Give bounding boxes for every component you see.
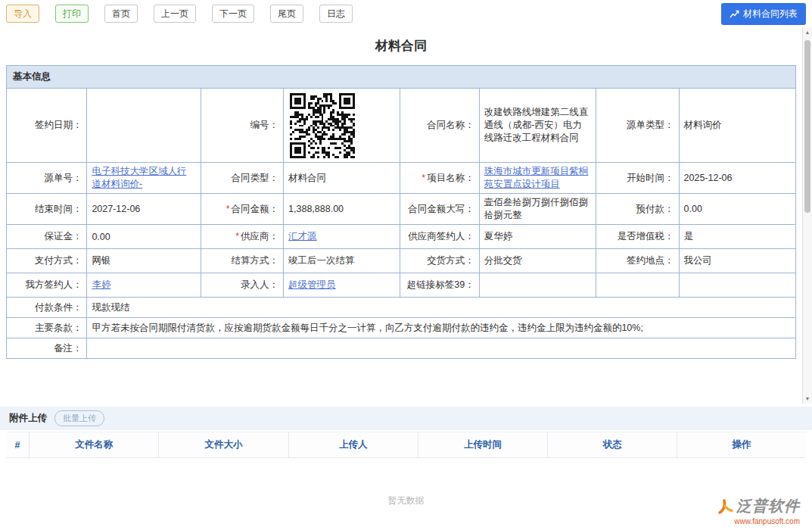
settlement-method-value: 竣工后一次结算 (284, 249, 400, 273)
project-name-value: 珠海市城市更新项目紫桐苑安置点设计项目 (479, 163, 596, 194)
source-order-link[interactable]: 电子科技大学区域人行道材料询价- (92, 166, 186, 189)
settlement-method-label: 结算方式： (201, 249, 284, 273)
payment-method-label: 支付方式： (7, 249, 87, 273)
log-button[interactable]: 日志 (319, 5, 353, 23)
col-upload-time: 上传时间 (418, 432, 547, 458)
scrollbar-up-arrow[interactable]: ▲ (803, 27, 812, 37)
basic-info-row: 备注： (7, 338, 796, 359)
print-button[interactable]: 打印 (55, 5, 89, 23)
prev-page-button[interactable]: 上一页 (154, 5, 196, 23)
entry-person-link[interactable]: 超级管理员 (288, 279, 336, 290)
deposit-label: 保证金： (7, 225, 87, 249)
amount-in-words-value: 壹佰叁拾捌万捌仟捌佰捌拾捌元整 (479, 194, 596, 225)
col-uploader: 上传人 (288, 432, 418, 458)
vat-label: 是否增值税： (596, 225, 680, 249)
detail-scroll-area: 材料合同 基本信息 签约日期： 编号： 合同名称： (0, 27, 812, 404)
next-page-button[interactable]: 下一页 (212, 5, 254, 23)
amount-in-words-label: 合同金额大写： (400, 194, 479, 225)
main-terms-label: 主要条款： (7, 318, 87, 338)
toolbar: 导入 打印 首页 上一页 下一页 尾页 日志 材料合同列表 (0, 0, 812, 27)
supplier-label-text: 供应商： (241, 231, 278, 242)
col-file-name: 文件名称 (30, 432, 159, 458)
delivery-method-value: 分批交货 (479, 249, 596, 273)
col-file-size: 文件大小 (159, 432, 288, 458)
contract-type-label: 合同类型： (201, 163, 284, 194)
payment-method-value: 网银 (87, 249, 201, 273)
supplier-value: 汇才源 (284, 225, 400, 249)
contract-list-button-label: 材料合同列表 (743, 8, 798, 20)
basic-info-row: 源单号： 电子科技大学区域人行道材料询价- 合同类型： 材料合同 *项目名称： … (7, 163, 796, 194)
entry-person-label: 录入人： (201, 273, 284, 298)
basic-info-section-title: 基本信息 (6, 65, 796, 89)
source-order-label: 源单号： (7, 163, 87, 194)
required-asterisk: * (226, 204, 230, 214)
basic-info-row: 主要条款： 甲方若未按合同期限付清货款，应按逾期货款金额每日千分之一计算，向乙方… (7, 318, 796, 338)
trend-arrow-icon (730, 10, 739, 18)
supplier-signer-label: 供应商签约人： (400, 225, 479, 249)
project-name-label-text: 项目名称： (427, 173, 474, 183)
contract-list-button[interactable]: 材料合同列表 (721, 3, 806, 25)
basic-info-table: 签约日期： 编号： 合同名称： 改建铁路线增建第二线直通线（成都-西安）电力线路… (6, 88, 796, 359)
supplier-label: *供应商： (201, 225, 284, 249)
vat-value: 是 (679, 225, 795, 249)
contract-number-label: 编号： (201, 89, 284, 163)
payment-terms-label: 付款条件： (7, 298, 87, 318)
remark-label: 备注： (7, 338, 87, 359)
supplier-signer-value: 夏华婷 (479, 225, 596, 249)
attachments-header-row: # 文件名称 文件大小 上传人 上传时间 状态 操作 (6, 432, 806, 458)
col-status: 状态 (548, 432, 677, 458)
vertical-scrollbar[interactable]: ▲ ▼ (802, 27, 812, 404)
attachments-header: 附件上传 批量上传 (0, 407, 812, 430)
our-signer-link[interactable]: 李婷 (92, 279, 110, 290)
contract-type-value: 材料合同 (284, 163, 400, 194)
required-asterisk: * (235, 231, 239, 242)
basic-info-row: 签约日期： 编号： 合同名称： 改建铁路线增建第二线直通线（成都-西安）电力线路… (7, 89, 796, 163)
start-date-label: 开始时间： (596, 163, 680, 194)
qr-code-image (290, 93, 355, 158)
required-asterisk: * (422, 173, 425, 183)
blank-value (679, 273, 795, 298)
basic-info-row: 付款条件： 现款现结 (7, 298, 796, 318)
source-type-value: 材料询价 (679, 89, 795, 163)
sign-date-label: 签约日期： (7, 89, 87, 163)
scrollbar-thumb[interactable] (804, 40, 810, 213)
fanpu-website: www.fanpusoft.com (717, 517, 800, 525)
sign-date-value (87, 89, 201, 163)
basic-info-row: 保证金： 0.00 *供应商： 汇才源 供应商签约人： 夏华婷 是否增值税： 是 (7, 225, 796, 249)
contract-number-value (284, 89, 400, 163)
attachments-section: 附件上传 批量上传 # 文件名称 文件大小 上传人 上传时间 状态 操作 暂无数… (0, 407, 812, 530)
our-signer-label: 我方签约人： (7, 273, 87, 298)
contract-amount-value: 1,388,888.00 (284, 194, 400, 225)
basic-info-section: 基本信息 签约日期： 编号： 合同名称： 改建铁路线增建第二线直通线（成 (6, 65, 796, 359)
fanpu-brand-name: 泛普软件 (736, 496, 800, 516)
blank-label (596, 273, 680, 298)
import-button[interactable]: 导入 (6, 5, 39, 23)
batch-upload-button[interactable]: 批量上传 (54, 410, 104, 426)
our-signer-value: 李婷 (87, 273, 201, 298)
contract-amount-label-text: 合同金额： (232, 204, 279, 214)
supplier-link[interactable]: 汇才源 (288, 231, 317, 242)
delivery-method-label: 交货方式： (400, 249, 479, 273)
scrollbar-down-arrow[interactable]: ▼ (803, 394, 812, 404)
source-order-value: 电子科技大学区域人行道材料询价- (87, 163, 201, 194)
col-index: # (6, 432, 30, 458)
contract-name-label: 合同名称： (400, 89, 479, 163)
basic-info-row: 结束时间： 2027-12-06 *合同金额： 1,388,888.00 合同金… (7, 194, 796, 225)
empty-state-text: 暂无数据 (0, 458, 812, 530)
contract-amount-label: *合同金额： (201, 194, 284, 225)
attachments-title: 附件上传 (9, 412, 47, 425)
page-title: 材料合同 (0, 37, 802, 55)
project-name-label: *项目名称： (400, 163, 479, 194)
contract-name-value: 改建铁路线增建第二线直通线（成都-西安）电力线路迁改工程材料合同 (479, 89, 596, 163)
last-page-button[interactable]: 尾页 (270, 5, 303, 23)
fanpu-logo-icon (717, 498, 733, 515)
hyperlink-tag-value (479, 273, 596, 298)
advance-payment-value: 0.00 (679, 194, 795, 225)
main-terms-value: 甲方若未按合同期限付清货款，应按逾期货款金额每日千分之一计算，向乙方支付逾期付款… (87, 318, 796, 338)
attachments-table: # 文件名称 文件大小 上传人 上传时间 状态 操作 (6, 432, 806, 458)
col-actions: 操作 (677, 432, 806, 458)
first-page-button[interactable]: 首页 (104, 5, 138, 23)
project-name-link[interactable]: 珠海市城市更新项目紫桐苑安置点设计项目 (484, 166, 589, 189)
end-date-value: 2027-12-06 (87, 194, 201, 225)
start-date-value: 2025-12-06 (679, 163, 795, 194)
